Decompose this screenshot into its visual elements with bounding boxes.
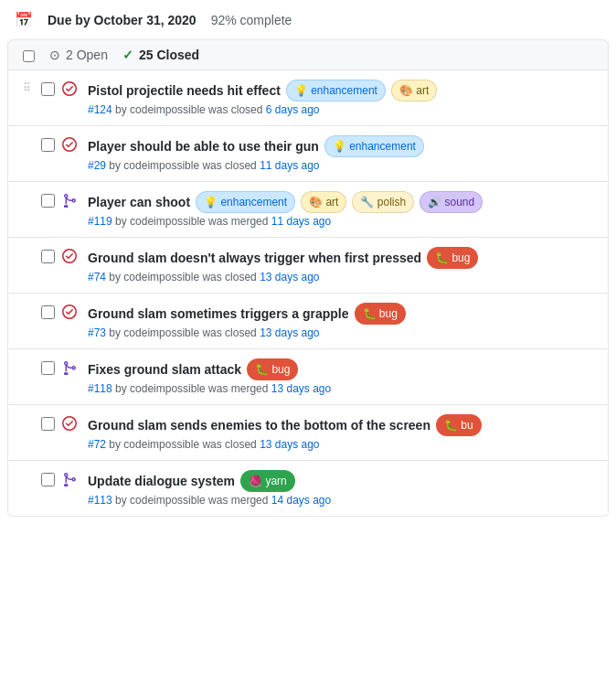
issue-title[interactable]: Ground slam sends enemies to the bottom … — [88, 416, 430, 435]
issue-checkbox[interactable] — [41, 82, 55, 96]
label-art[interactable]: 🎨 art — [391, 80, 437, 102]
issue-row: ⠿ Player can shoot💡 enhancement🎨 art🔧 po… — [8, 182, 608, 238]
issue-row: ⠿ Player should be able to use their gun… — [8, 126, 608, 182]
closed-issue-icon — [62, 80, 80, 99]
issue-meta: #29 by codeimpossible was closed 11 days… — [88, 159, 593, 172]
issue-content: Ground slam sends enemies to the bottom … — [88, 414, 593, 451]
issue-content: Fixes ground slam attack🐛 bug#118 by cod… — [88, 358, 593, 395]
issue-title[interactable]: Player should be able to use their gun — [88, 137, 319, 156]
drag-handle-icon[interactable]: ⠿ — [23, 81, 34, 94]
issue-row: ⠿ Ground slam sometimes triggers a grapp… — [8, 294, 608, 349]
merged-issue-icon — [62, 192, 80, 210]
issue-row: ⠿ Ground slam doesn't always trigger whe… — [8, 238, 608, 294]
issue-number[interactable]: #73 — [88, 326, 106, 339]
merged-issue-icon — [62, 359, 80, 378]
issue-content: Update dialogue system🧶 yarn#113 by code… — [88, 470, 593, 507]
issue-row: ⠿ Fixes ground slam attack🐛 bug#118 by c… — [8, 349, 608, 405]
issue-checkbox[interactable] — [41, 417, 55, 431]
issue-number[interactable]: #113 — [88, 494, 112, 507]
issue-title[interactable]: Ground slam doesn't always trigger when … — [88, 249, 421, 268]
issue-meta: #72 by codeimpossible was closed 13 days… — [88, 438, 593, 451]
issues-list: ⠿ Pistol projectile needs hit effect💡 en… — [7, 70, 609, 517]
issue-row: ⠿ Ground slam sends enemies to the botto… — [8, 405, 608, 461]
label-yarn[interactable]: 🧶 yarn — [240, 470, 295, 492]
issue-content: Ground slam sometimes triggers a grapple… — [88, 303, 593, 339]
milestone-header: 📅 Due by October 31, 2020 92% complete — [0, 0, 616, 39]
issue-content: Player should be able to use their gun💡 … — [88, 135, 593, 172]
select-all-checkbox[interactable] — [23, 50, 35, 62]
label-sound[interactable]: 🔊 sound — [420, 191, 483, 213]
closed-count: 25 Closed — [139, 48, 199, 62]
issue-number[interactable]: #29 — [88, 159, 106, 172]
issue-title[interactable]: Fixes ground slam attack — [88, 360, 241, 379]
issue-number[interactable]: #74 — [88, 271, 106, 283]
tab-bar: ⊙ 2 Open ✓ 25 Closed — [7, 39, 609, 70]
issue-number[interactable]: #72 — [88, 438, 106, 451]
issue-content: Pistol projectile needs hit effect💡 enha… — [88, 80, 593, 116]
issue-checkbox[interactable] — [41, 361, 55, 375]
closed-issue-icon — [62, 304, 80, 322]
issue-row: ⠿ Update dialogue system🧶 yarn#113 by co… — [8, 461, 608, 516]
tab-closed[interactable]: ✓ 25 Closed — [122, 48, 199, 62]
open-count: 2 Open — [66, 48, 108, 62]
issue-meta: #73 by codeimpossible was closed 13 days… — [88, 326, 593, 339]
closed-issue-icon — [62, 136, 80, 155]
label-enhancement[interactable]: 💡 enhancement — [286, 80, 386, 102]
issue-checkbox[interactable] — [41, 138, 55, 152]
issue-meta: #119 by codeimpossible was merged 11 day… — [88, 215, 593, 228]
issue-number[interactable]: #118 — [88, 382, 112, 395]
calendar-icon: 📅 — [15, 11, 33, 28]
due-date: Due by October 31, 2020 — [48, 13, 196, 27]
issue-number[interactable]: #119 — [88, 215, 112, 228]
label-bug[interactable]: 🐛 bug — [355, 303, 406, 325]
issue-checkbox[interactable] — [41, 473, 55, 486]
issue-content: Player can shoot💡 enhancement🎨 art🔧 poli… — [88, 191, 593, 228]
issue-content: Ground slam doesn't always trigger when … — [88, 247, 593, 283]
tab-open[interactable]: ⊙ 2 Open — [49, 48, 108, 62]
issue-title[interactable]: Player can shoot — [88, 193, 190, 212]
issue-title[interactable]: Update dialogue system — [88, 472, 235, 491]
label-enhancement[interactable]: 💡 enhancement — [196, 191, 295, 213]
closed-issue-icon — [62, 248, 80, 266]
label-enhancement[interactable]: 💡 enhancement — [324, 135, 424, 157]
issue-number[interactable]: #124 — [88, 103, 112, 116]
issue-checkbox[interactable] — [41, 250, 55, 263]
issue-meta: #74 by codeimpossible was closed 13 days… — [88, 271, 593, 283]
issue-meta: #124 by codeimpossible was closed 6 days… — [88, 103, 593, 116]
closed-issue-icon — [62, 415, 80, 433]
issue-title[interactable]: Pistol projectile needs hit effect — [88, 81, 281, 101]
label-bug[interactable]: 🐛 bug — [247, 358, 298, 380]
completion-percent: 92% complete — [211, 13, 292, 27]
issue-title[interactable]: Ground slam sometimes triggers a grapple — [88, 305, 349, 324]
alert-icon: ⊙ — [49, 48, 60, 62]
label-bug[interactable]: 🐛 bu — [436, 414, 482, 436]
merged-issue-icon — [62, 471, 80, 489]
issue-row: ⠿ Pistol projectile needs hit effect💡 en… — [8, 70, 608, 126]
issue-checkbox[interactable] — [41, 305, 55, 319]
issue-checkbox[interactable] — [41, 194, 55, 208]
issue-meta: #113 by codeimpossible was merged 14 day… — [88, 494, 593, 507]
label-bug[interactable]: 🐛 bug — [427, 247, 478, 269]
label-polish[interactable]: 🔧 polish — [352, 191, 414, 213]
issue-meta: #118 by codeimpossible was merged 13 day… — [88, 382, 593, 395]
label-art[interactable]: 🎨 art — [301, 191, 346, 213]
check-icon: ✓ — [122, 48, 133, 62]
